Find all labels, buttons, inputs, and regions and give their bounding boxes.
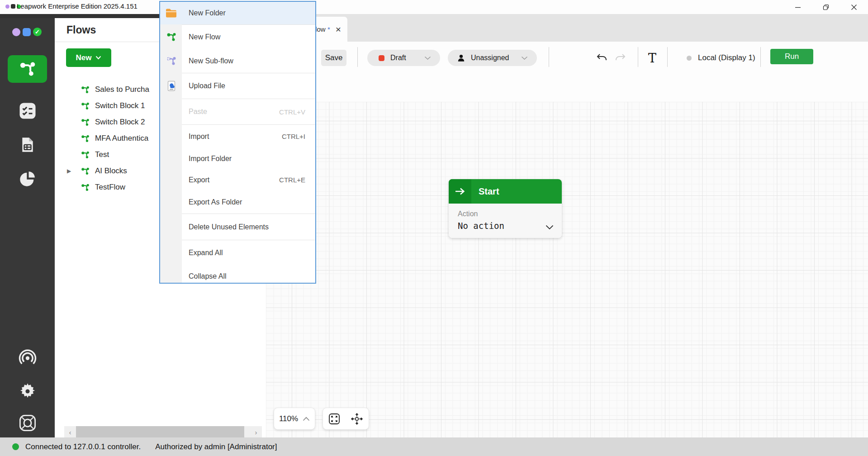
assignee-dropdown[interactable]: Unassigned [448, 50, 537, 66]
logo-blue-square [23, 28, 31, 36]
horizontal-scrollbar[interactable]: ‹ › [64, 426, 262, 438]
flow-icon [81, 118, 90, 127]
run-list-icon [18, 101, 37, 120]
title-bar: Leapwork Enterprise Edition 2025.4.151 [0, 0, 868, 14]
restore-button[interactable] [812, 0, 840, 14]
menu-item-upload-file[interactable]: Upload File [160, 73, 315, 99]
zoom-level-control[interactable]: 110% [274, 408, 315, 430]
tab-bar: New Flow * × [266, 14, 868, 42]
minimize-icon [795, 4, 801, 10]
settings-gear-icon [18, 382, 37, 401]
undo-icon [596, 53, 608, 63]
action-field-value[interactable]: No action [458, 221, 553, 231]
flows-icon [18, 60, 37, 79]
menu-item-new-sub-flow[interactable]: New Sub-flow [160, 49, 315, 73]
chevron-down-icon[interactable] [545, 225, 554, 230]
menu-item-collapse-all[interactable]: Collapse All [160, 266, 315, 287]
folder-icon [165, 8, 177, 18]
shortcut-label: CTRL+I [282, 133, 305, 140]
status-color-dot [379, 55, 384, 61]
subflow-purple-icon [165, 56, 177, 66]
start-node-header[interactable]: Start [449, 179, 562, 204]
flow-icon [81, 183, 90, 192]
toolbar-divider [549, 47, 549, 67]
chevron-down-icon [424, 56, 431, 60]
pan-move-icon[interactable] [350, 412, 364, 426]
menu-item-export[interactable]: Export CTRL+E [160, 169, 315, 190]
help-lifering-icon [18, 413, 37, 432]
leapwork-logo: ✓ [12, 28, 42, 36]
scroll-left-icon[interactable]: ‹ [64, 428, 76, 436]
flow-toolbar: Save Draft Unassigned T Local (Display 1… [266, 42, 868, 102]
menu-item-import-folder[interactable]: Import Folder [160, 148, 315, 169]
menu-item-expand-all[interactable]: Expand All [160, 240, 315, 266]
start-node[interactable]: Start Action No action [449, 179, 562, 238]
upload-file-icon [165, 81, 177, 91]
display-status-dot [687, 56, 692, 61]
close-button[interactable] [840, 0, 868, 14]
flow-icon [81, 166, 90, 176]
close-icon [851, 4, 857, 10]
run-button[interactable]: Run [770, 49, 813, 64]
toolbar-divider [667, 47, 668, 67]
restore-icon [823, 4, 829, 10]
scrollbar-thumb[interactable] [76, 426, 244, 438]
flow-icon [81, 101, 90, 111]
status-label: Draft [390, 54, 406, 62]
text-tool-button[interactable]: T [648, 50, 656, 66]
agents-broadcast-icon [18, 348, 37, 367]
authorization-text: Authorized by admin [Administrator] [155, 442, 277, 451]
status-dropdown[interactable]: Draft [367, 50, 440, 66]
sidebar-item-dashboards[interactable] [0, 168, 55, 190]
flow-icon [81, 85, 90, 95]
zoom-level-value: 110% [279, 414, 298, 423]
redo-button[interactable] [614, 50, 626, 66]
menu-item-new-flow[interactable]: New Flow [160, 25, 315, 49]
tab-close-icon[interactable]: × [336, 24, 341, 34]
scroll-right-icon[interactable]: › [250, 428, 262, 436]
start-arrow-icon [449, 179, 471, 204]
menu-item-delete-unused-elements[interactable]: Delete Unused Elements [160, 214, 315, 240]
toolbar-divider [638, 47, 638, 67]
sidebar-item-run-list[interactable] [0, 100, 55, 122]
minimize-button[interactable] [784, 0, 812, 14]
logo-purple-dot [12, 28, 20, 36]
toolbar-divider [760, 47, 761, 67]
toolbar-divider [357, 47, 358, 67]
new-button[interactable]: New [66, 48, 111, 67]
window-title: Leapwork Enterprise Edition 2025.4.151 [17, 2, 138, 10]
sidebar-item-agents[interactable] [0, 347, 55, 368]
modified-indicator: * [327, 25, 330, 33]
chevron-up-icon [303, 417, 310, 421]
menu-item-new-folder[interactable]: New Folder [160, 2, 315, 24]
sidebar-item-settings[interactable] [0, 380, 55, 402]
person-icon [457, 54, 465, 62]
save-button[interactable]: Save [321, 50, 346, 66]
expand-caret-icon[interactable]: ▶ [67, 168, 71, 174]
fit-to-screen-icon[interactable] [328, 413, 340, 425]
display-label: Local (Display 1) [698, 53, 755, 62]
sidebar-item-reports[interactable] [0, 134, 55, 156]
sidebar-item-help[interactable] [0, 412, 55, 434]
undo-button[interactable] [596, 50, 608, 66]
menu-item-import[interactable]: Import CTRL+I [160, 125, 315, 148]
assignee-label: Unassigned [471, 54, 509, 62]
sidebar-item-flows[interactable] [8, 55, 47, 83]
canvas-view-controls [323, 408, 369, 430]
app-window: Leapwork Enterprise Edition 2025.4.151 ✓ [0, 0, 868, 456]
shortcut-label: CTRL+V [279, 108, 305, 116]
flow-canvas[interactable]: Start Action No action 110% [266, 102, 868, 437]
connection-status-text: Connected to 127.0.0.1 controller. [25, 442, 141, 451]
menu-item-export-as-folder[interactable]: Export As Folder [160, 190, 315, 214]
window-controls [784, 0, 868, 14]
flow-icon [81, 150, 90, 160]
start-node-body: Action No action [449, 204, 562, 238]
display-selector[interactable]: Local (Display 1) [687, 50, 755, 66]
dashboard-pie-icon [19, 170, 37, 188]
flow-icon [81, 134, 90, 143]
context-menu: New Folder New Flow New Sub-flow Upload … [159, 1, 316, 284]
redo-icon [614, 53, 626, 63]
shortcut-label: CTRL+E [279, 176, 305, 184]
report-icon [19, 136, 37, 154]
action-field-label: Action [458, 210, 553, 218]
